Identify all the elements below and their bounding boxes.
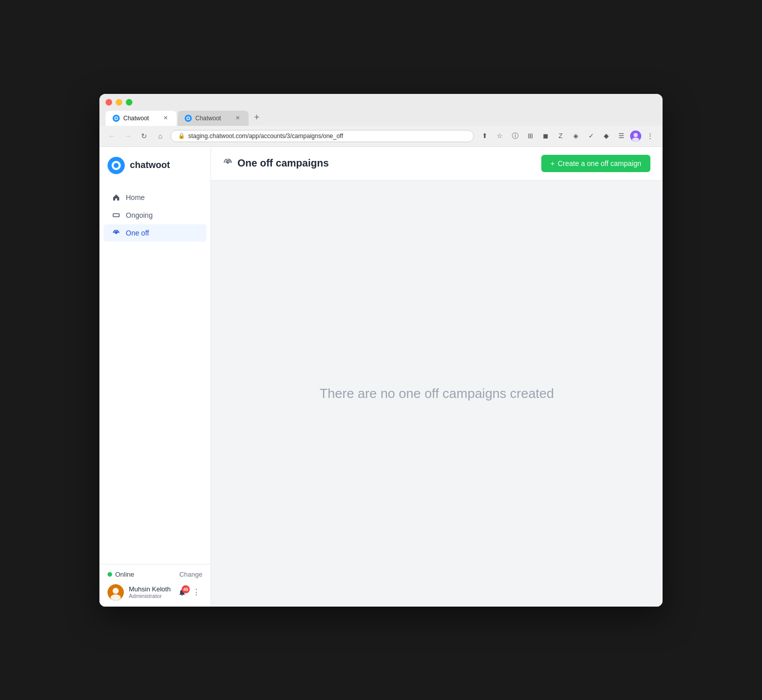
status-row: Online Change	[108, 571, 202, 578]
forward-button[interactable]: →	[122, 130, 134, 142]
svg-point-5	[632, 138, 639, 142]
tab-close-1[interactable]: ✕	[161, 114, 169, 122]
svg-point-8	[114, 163, 119, 168]
sidebar-item-one-off[interactable]: One off	[103, 224, 206, 242]
sidebar-item-home[interactable]: Home	[103, 189, 206, 206]
user-actions: 45 ⋮	[176, 586, 202, 598]
tab-close-2[interactable]: ✕	[233, 114, 241, 122]
address-text: staging.chatwoot.com/app/accounts/3/camp…	[188, 132, 466, 140]
browser-tab-2[interactable]: Chatwoot ✕	[178, 111, 249, 126]
app-content: chatwoot Home Ongoing	[99, 147, 663, 607]
new-tab-button[interactable]: +	[250, 111, 264, 125]
svg-point-13	[111, 594, 121, 601]
browser-menu-button[interactable]: ⋮	[643, 129, 656, 143]
svg-point-3	[187, 117, 189, 119]
page-title: One off campaigns	[237, 157, 329, 169]
page-title-icon	[223, 159, 232, 168]
browser-actions: ⬆ ☆ ⓘ ⊞ ◼ Z ◈ ✓ ◆ ☰ ⋮	[478, 129, 656, 143]
readinglist-button[interactable]: ⊞	[524, 129, 537, 143]
online-status-dot	[108, 572, 112, 577]
minimize-button[interactable]	[116, 99, 122, 106]
create-campaign-icon: +	[550, 159, 555, 168]
sidebar-item-ongoing[interactable]: Ongoing	[103, 207, 206, 224]
create-campaign-label: Create a one off campaign	[558, 159, 641, 168]
more-options-button[interactable]: ⋮	[190, 586, 202, 598]
page-title-row: One off campaigns	[223, 157, 329, 169]
sidebar-bottom: Online Change Muhsin Keloth Administrato…	[99, 564, 211, 607]
tab-favicon-2	[185, 115, 192, 122]
share-button[interactable]: ⬆	[478, 129, 491, 143]
sidebar-item-home-label: Home	[126, 193, 145, 202]
home-icon	[112, 194, 121, 201]
fullscreen-button[interactable]	[126, 99, 132, 106]
sidebar-item-ongoing-label: Ongoing	[126, 211, 153, 219]
extension6-button[interactable]: ☰	[615, 129, 628, 143]
extension4-button[interactable]: ✓	[584, 129, 598, 143]
svg-rect-9	[113, 214, 119, 217]
extension3-button[interactable]: ◈	[569, 129, 582, 143]
browser-chrome: Chatwoot ✕ Chatwoot ✕ +	[99, 94, 663, 126]
home-button[interactable]: ⌂	[154, 130, 166, 142]
browser-profile-avatar[interactable]	[630, 130, 641, 142]
sidebar: chatwoot Home Ongoing	[99, 147, 211, 607]
extension5-button[interactable]: ◆	[600, 129, 613, 143]
change-status-button[interactable]: Change	[179, 571, 202, 578]
browser-tab-1[interactable]: Chatwoot ✕	[106, 111, 177, 126]
tabs-bar: Chatwoot ✕ Chatwoot ✕ +	[106, 111, 656, 126]
address-bar-row: ← → ↻ ⌂ 🔒 staging.chatwoot.com/app/accou…	[99, 126, 663, 147]
main-body: There are no one off campaigns created	[211, 181, 663, 607]
empty-state-message: There are no one off campaigns created	[320, 386, 554, 402]
sidebar-logo: chatwoot	[99, 147, 211, 184]
create-campaign-button[interactable]: + Create a one off campaign	[541, 155, 650, 172]
tab-title-1: Chatwoot	[123, 115, 149, 122]
logo-text: chatwoot	[130, 160, 170, 171]
reload-button[interactable]: ↻	[138, 130, 150, 142]
status-label: Online	[115, 571, 176, 578]
tab-favicon-1	[113, 115, 120, 122]
lock-icon: 🔒	[178, 132, 185, 139]
user-role: Administrator	[129, 593, 171, 599]
svg-point-4	[634, 133, 638, 137]
one-off-icon	[112, 230, 121, 236]
svg-point-14	[227, 161, 229, 163]
sidebar-nav: Home Ongoing One	[99, 184, 211, 564]
traffic-lights	[106, 99, 656, 106]
user-row: Muhsin Keloth Administrator 45 ⋮	[108, 584, 202, 601]
back-button[interactable]: ←	[106, 130, 118, 142]
user-avatar	[108, 584, 124, 601]
extension1-button[interactable]: ◼	[539, 129, 552, 143]
notification-button[interactable]: 45	[176, 586, 188, 598]
svg-point-10	[115, 232, 117, 234]
main-header: One off campaigns + Create a one off cam…	[211, 147, 663, 181]
extension2-button[interactable]: Z	[554, 129, 567, 143]
sidebar-item-one-off-label: One off	[126, 229, 149, 237]
close-button[interactable]	[106, 99, 112, 106]
address-input[interactable]: 🔒 staging.chatwoot.com/app/accounts/3/ca…	[170, 130, 474, 142]
bookmark-button[interactable]: ☆	[493, 129, 506, 143]
user-name: Muhsin Keloth	[129, 585, 171, 593]
chatwoot-logo-icon	[108, 157, 125, 174]
main-content: One off campaigns + Create a one off cam…	[211, 147, 663, 607]
svg-point-12	[113, 588, 119, 594]
notification-badge: 45	[182, 585, 190, 593]
shield-button[interactable]: ⓘ	[508, 129, 522, 143]
browser-window: Chatwoot ✕ Chatwoot ✕ + ← → ↻ ⌂ 🔒 stagin…	[99, 94, 663, 607]
tab-title-2: Chatwoot	[195, 115, 221, 122]
ongoing-icon	[112, 212, 121, 219]
svg-point-1	[115, 117, 117, 119]
user-info: Muhsin Keloth Administrator	[129, 585, 171, 599]
